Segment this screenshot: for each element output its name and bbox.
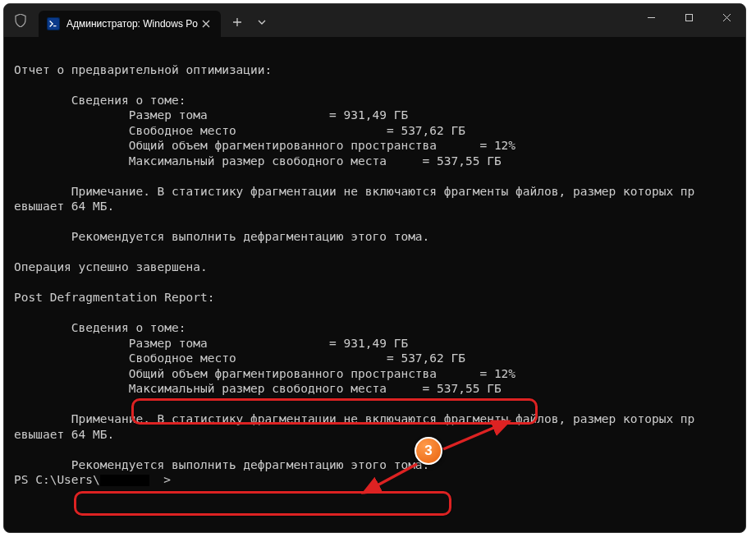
minimize-button[interactable] [632, 4, 670, 30]
output-line: Размер тома = 931,49 ГБ [14, 337, 408, 350]
output-line: евышает 64 МБ. [14, 200, 114, 213]
titlebar: Администратор: Windows Po [4, 4, 745, 37]
tab-title: Администратор: Windows Po [66, 18, 198, 30]
prompt-prefix: PS C:\Users\ [14, 473, 100, 486]
close-button[interactable] [708, 4, 745, 30]
annotation-highlight-2 [74, 491, 451, 516]
output-line: Отчет о предварительной оптимизации: [14, 63, 272, 76]
terminal-window: Администратор: Windows Po Отчет о предва… [3, 3, 746, 533]
prompt-suffix: > [149, 473, 171, 486]
output-line: Рекомендуется выполнить дефрагментацию э… [14, 230, 429, 243]
tab-dropdown-button[interactable] [250, 9, 273, 35]
powershell-icon [47, 17, 60, 30]
terminal-output[interactable]: Отчет о предварительной оптимизации: Све… [4, 37, 745, 494]
output-line: Post Defragmentation Report: [14, 291, 214, 304]
annotation-badge: 3 [415, 437, 442, 465]
output-line: Примечание. В статистику фрагментации не… [14, 185, 694, 198]
tab-close-button[interactable] [198, 16, 214, 32]
output-line: Свободное место = 537,62 ГБ [14, 351, 465, 365]
output-line: Общий объем фрагментированного пространс… [14, 139, 515, 152]
output-line: Сведения о томе: [14, 94, 186, 107]
output-line: Рекомендуется выполнить дефрагментацию э… [14, 458, 429, 471]
output-line: Свободное место = 537,62 ГБ [14, 124, 465, 137]
svg-rect-1 [685, 14, 692, 21]
window-controls [632, 4, 745, 30]
output-line: Сведения о томе: [14, 321, 186, 334]
output-line: Максимальный размер свободного места = 5… [14, 154, 502, 168]
output-line: Общий объем фрагментированного пространс… [14, 367, 515, 380]
output-line: Максимальный размер свободного места = 5… [14, 382, 502, 395]
output-line: Примечание. В статистику фрагментации не… [14, 412, 694, 425]
maximize-button[interactable] [670, 4, 708, 30]
output-line: Размер тома = 931,49 ГБ [14, 108, 408, 122]
redacted-username [100, 475, 149, 486]
output-line: Операция успешно завершена. [14, 260, 208, 273]
tab-active[interactable]: Администратор: Windows Po [39, 11, 221, 37]
annotation-number: 3 [424, 443, 432, 459]
prompt-line: PS C:\Users\ > [14, 473, 171, 486]
output-line: евышает 64 МБ. [14, 428, 114, 441]
new-tab-button[interactable] [224, 9, 250, 35]
shield-icon [14, 14, 27, 27]
